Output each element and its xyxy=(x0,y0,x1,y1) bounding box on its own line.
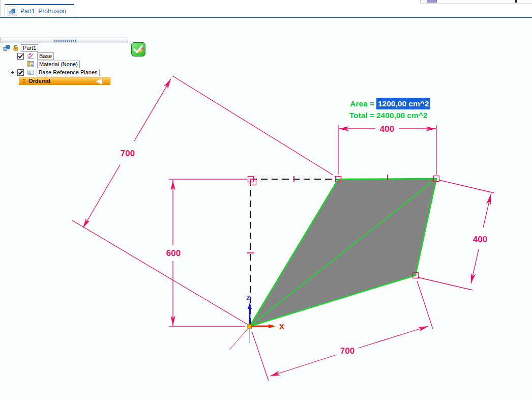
tree-item-base[interactable]: Base xyxy=(17,52,54,60)
dimension-value-400-right[interactable]: 400 xyxy=(473,235,487,244)
total-value: 2400,00 cm^2 xyxy=(376,109,427,121)
total-label: Total = xyxy=(305,109,374,121)
checkbox-base[interactable] xyxy=(17,53,24,60)
x-axis-arrow-icon xyxy=(269,324,276,328)
collapse-left-arrow-icon[interactable] xyxy=(95,78,103,86)
z-axis-label: Z xyxy=(246,294,250,302)
document-tab-strip: Part1: Protrusion xyxy=(0,0,532,17)
toolbar-mini-icon xyxy=(427,0,437,3)
tree-label-material[interactable]: Material (None) xyxy=(37,61,80,68)
double-chevron-down-icon xyxy=(21,78,26,86)
total-row: Total = 2400,00 cm^2 xyxy=(305,109,430,121)
tree-label-base-reference-planes[interactable]: Base Reference Planes xyxy=(37,69,100,76)
ordered-mode-bar[interactable]: Ordered xyxy=(19,77,110,85)
dimension-600-left[interactable]: 600 xyxy=(166,179,247,326)
sketch-region[interactable] xyxy=(250,179,436,326)
dimension-400-top[interactable]: 400 xyxy=(338,124,436,175)
tab-part1-protrusion[interactable]: Part1: Protrusion xyxy=(5,4,74,17)
check-pencil-icon xyxy=(132,43,145,56)
material-icon xyxy=(27,61,34,68)
reference-plane-icon xyxy=(27,69,34,76)
part-document-icon xyxy=(8,7,17,16)
part-node-icon xyxy=(3,44,11,52)
z-axis-arrow-icon xyxy=(248,302,252,309)
mode-label: Ordered xyxy=(28,78,50,84)
tree-item-part1[interactable]: Part1 xyxy=(3,44,38,52)
dimension-value-700-bottom[interactable]: 700 xyxy=(340,346,354,356)
dimension-value-700-left[interactable]: 700 xyxy=(121,149,135,158)
pathfinder-drag-header[interactable] xyxy=(1,38,128,43)
tree-item-base-reference-planes[interactable]: Base Reference Planes xyxy=(10,69,100,76)
drag-grip-icon xyxy=(54,40,76,42)
sketch-icon xyxy=(26,52,35,61)
tree-label-base[interactable]: Base xyxy=(37,52,54,60)
origin-handle[interactable] xyxy=(248,324,252,328)
checkbox-base-reference-planes[interactable] xyxy=(17,69,24,76)
expand-plus-icon[interactable] xyxy=(10,70,15,75)
measurement-readout: Area = 1200,00 cm^2 Total = 2400,00 cm^2 xyxy=(305,98,430,121)
accept-button[interactable] xyxy=(131,42,145,56)
dimension-value-400-top[interactable]: 400 xyxy=(380,124,394,134)
area-row: Area = 1200,00 cm^2 xyxy=(305,98,430,109)
area-label: Area = xyxy=(305,98,374,109)
dimension-value-600-left[interactable]: 600 xyxy=(166,248,181,258)
lock-icon xyxy=(13,44,19,52)
cropped-toolbar[interactable] xyxy=(420,0,532,4)
window-edge xyxy=(0,0,1,17)
tree-label-part1[interactable]: Part1 xyxy=(21,44,38,52)
x-axis-label: X xyxy=(279,322,284,331)
tree-item-material[interactable]: Material (None) xyxy=(27,61,80,68)
application-window: Part1: Protrusion xyxy=(0,0,532,399)
toolbar-caret-icon xyxy=(515,0,517,3)
area-value-highlighted[interactable]: 1200,00 cm^2 xyxy=(376,98,430,109)
tab-title: Part1: Protrusion xyxy=(20,8,66,15)
extension-line-stub xyxy=(230,328,249,349)
